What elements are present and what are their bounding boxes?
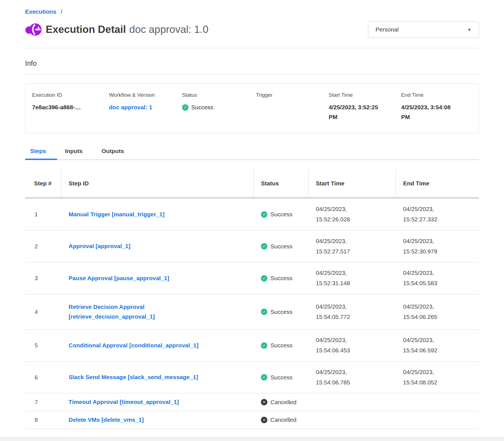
field-label: Start Time: [329, 92, 401, 98]
tab-bar: Steps Inputs Outputs: [25, 148, 479, 160]
field-workflow-version: Workflow & Version doc approval: 1: [109, 92, 182, 122]
table-header: Step # Step ID Status Start Time End Tim…: [25, 169, 479, 198]
step-number: 6: [25, 374, 61, 381]
page-header: Execution Detaildoc approval: 1.0 Person…: [25, 21, 479, 38]
status-badge: Success: [254, 374, 309, 381]
scope-dropdown[interactable]: Personal: [368, 21, 479, 38]
start-time-value: 4/25/2023, 3:52:25 PM: [329, 103, 386, 122]
tab-steps[interactable]: Steps: [25, 148, 57, 160]
step-link[interactable]: Timeout Approval [timeout_approval_1]: [69, 397, 179, 407]
step-link[interactable]: Delete VMs [delete_vms_1]: [69, 415, 144, 425]
header-divider: [25, 48, 479, 48]
table-row: 7 Timeout Approval [timeout_approval_1] …: [25, 393, 479, 411]
success-check-icon: [261, 374, 267, 381]
table-row: 2 Approval [approval_1] Success 04/25/20…: [25, 231, 479, 263]
success-check-icon: [261, 211, 267, 218]
breadcrumb: Executions /: [25, 0, 479, 15]
cancelled-x-icon: [261, 399, 267, 405]
field-start-time: Start Time 4/25/2023, 3:52:25 PM: [329, 92, 401, 122]
step-number: 4: [25, 309, 61, 315]
start-time: 04/25/2023, 15:52:26.028: [316, 204, 363, 225]
status-badge: Cancelled: [254, 416, 309, 423]
info-card: Execution ID 7e8ac396-a868-… Workflow & …: [25, 83, 479, 133]
start-time: 04/25/2023, 15:54:06.785: [316, 367, 363, 388]
table-row: 5 Conditional Approval [conditional_appr…: [25, 329, 479, 362]
step-number: 7: [25, 399, 61, 406]
field-execution-id: Execution ID 7e8ac396-a868-…: [32, 92, 109, 122]
col-step-id: Step ID: [61, 169, 254, 197]
end-time: 04/25/2023, 15:54:08.052: [403, 367, 450, 388]
end-time: 04/25/2023, 15:52:27.332: [403, 204, 450, 225]
field-label: Execution ID: [32, 92, 109, 98]
field-end-time: End Time 4/25/2023, 3:54:08 PM: [401, 92, 479, 122]
execution-detail-page: Executions / Execution Detaildoc approva…: [25, 0, 479, 429]
status-badge: Success: [254, 243, 309, 250]
step-link[interactable]: Slack Send Message [slack_send_message_1…: [69, 372, 198, 382]
step-link[interactable]: Retrieve Decision Approval [retrieve_dec…: [69, 302, 225, 321]
workflow-version-link[interactable]: doc approval: 1: [109, 104, 152, 110]
step-link[interactable]: Manual Trigger [manual_trigger_1]: [69, 210, 164, 219]
field-label: Trigger: [256, 92, 329, 98]
end-time: 04/25/2023, 15:54:06.265: [403, 302, 450, 322]
success-check-icon: [182, 104, 188, 111]
end-time: 04/25/2023, 15:54:06.592: [403, 335, 450, 356]
status-badge: Success: [254, 211, 309, 218]
end-time: 04/25/2023, 15:54:05.583: [403, 268, 450, 289]
status-badge: Success: [254, 309, 309, 315]
col-end-time: End Time: [396, 169, 479, 197]
start-time: 04/25/2023, 15:54:05.772: [316, 302, 363, 322]
info-divider: [25, 74, 479, 74]
step-number: 8: [25, 416, 61, 423]
step-link[interactable]: Approval [approval_1]: [69, 241, 130, 251]
success-check-icon: [261, 275, 267, 282]
status-badge: Success: [254, 342, 309, 349]
start-time: 04/25/2023, 15:52:27.517: [316, 236, 363, 257]
success-check-icon: [261, 342, 267, 349]
page-title: Execution Detail: [46, 24, 126, 35]
status-badge: Cancelled: [254, 399, 309, 406]
table-row: 8 Delete VMs [delete_vms_1] Cancelled: [25, 411, 479, 429]
page-subtitle: doc approval: 1.0: [129, 24, 209, 35]
success-check-icon: [261, 243, 267, 249]
tab-inputs[interactable]: Inputs: [60, 148, 94, 160]
step-link[interactable]: Conditional Approval [conditional_approv…: [69, 341, 198, 350]
field-label: Status: [182, 92, 256, 98]
step-number: 5: [25, 342, 61, 349]
workflow-logo-icon: [25, 22, 42, 37]
scope-dropdown-value: Personal: [375, 26, 399, 33]
field-label: Workflow & Version: [109, 92, 182, 98]
end-time-value: 4/25/2023, 3:54:08 PM: [401, 103, 458, 122]
cancelled-x-icon: [261, 417, 267, 423]
col-step-num: Step #: [25, 169, 61, 197]
step-number: 3: [25, 275, 61, 282]
field-label: End Time: [401, 92, 479, 98]
tab-outputs[interactable]: Outputs: [96, 148, 135, 160]
step-number: 2: [25, 243, 61, 250]
execution-id-value: 7e8ac396-a868-…: [32, 103, 109, 112]
bottom-strip: [0, 437, 504, 441]
breadcrumb-executions-link[interactable]: Executions: [25, 8, 56, 15]
breadcrumb-separator: /: [61, 8, 62, 15]
info-section-title: Info: [25, 59, 479, 67]
step-number: 1: [25, 211, 61, 218]
step-link[interactable]: Pause Approval [pause_approval_1]: [69, 273, 169, 283]
field-trigger: Trigger: [256, 92, 329, 122]
col-status: Status: [254, 169, 309, 197]
status-badge: Success: [254, 275, 309, 282]
table-row: 4 Retrieve Decision Approval [retrieve_d…: [25, 294, 479, 330]
table-row: 3 Pause Approval [pause_approval_1] Succ…: [25, 262, 479, 294]
chevron-down-icon[interactable]: [467, 28, 471, 32]
table-row: 1 Manual Trigger [manual_trigger_1] Succ…: [25, 198, 479, 231]
start-time: 04/25/2023, 15:54:06.453: [316, 335, 363, 356]
col-start-time: Start Time: [309, 169, 396, 197]
steps-table: Step # Step ID Status Start Time End Tim…: [25, 169, 479, 429]
end-time: 04/25/2023, 15:52:30.979: [403, 236, 450, 257]
start-time: 04/25/2023, 15:52:31.148: [316, 268, 363, 289]
status-value: Success: [191, 103, 213, 112]
table-row: 6 Slack Send Message [slack_send_message…: [25, 362, 479, 394]
field-status: Status Success: [182, 92, 256, 122]
success-check-icon: [261, 309, 267, 315]
